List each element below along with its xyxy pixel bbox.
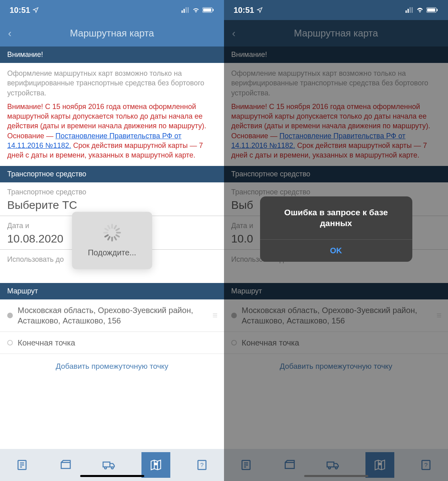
- route-start-text: Московская область, Орехово-Зуевский рай…: [242, 305, 432, 326]
- signal-icon: [406, 7, 414, 13]
- home-indicator[interactable]: [80, 475, 144, 477]
- svg-point-12: [105, 467, 107, 469]
- svg-rect-1: [184, 9, 185, 13]
- tab-truck[interactable]: [97, 454, 121, 476]
- svg-rect-0: [182, 10, 183, 13]
- route-start-text: Московская область, Орехово-Зуевский рай…: [18, 305, 208, 326]
- vehicle-label: Транспортное средство: [231, 188, 441, 196]
- svg-rect-17: [406, 10, 407, 13]
- status-bar: 10:51: [0, 0, 224, 20]
- route-header: Маршрут: [0, 283, 224, 299]
- add-waypoint-link[interactable]: Добавить промежуточную точку: [224, 354, 448, 379]
- back-button[interactable]: ‹: [8, 27, 12, 40]
- vehicle-header: Транспортное средство: [224, 166, 448, 182]
- route-end-text: Конечная точка: [242, 338, 441, 348]
- end-marker-icon: [231, 340, 237, 346]
- reorder-icon[interactable]: ≡: [436, 310, 441, 321]
- start-marker-icon: [231, 313, 237, 318]
- end-marker-icon: [7, 340, 13, 346]
- warning-red: Внимание! С 15 ноября 2016 года отмена о…: [231, 102, 441, 160]
- back-button[interactable]: ‹: [232, 27, 236, 40]
- nav-title: Маршрутная карта: [224, 28, 448, 39]
- phone-left: 10:51 ‹ Маршрутная карта Внимание! Оформ…: [0, 0, 224, 481]
- tab-help[interactable]: ?: [190, 454, 214, 476]
- tab-wallet[interactable]: [278, 454, 302, 476]
- svg-rect-28: [327, 462, 334, 467]
- nav-bar: ‹ Маршрутная карта: [224, 20, 448, 46]
- signal-icon: [182, 7, 190, 13]
- svg-rect-22: [427, 8, 435, 12]
- tab-docs[interactable]: [234, 454, 258, 476]
- location-icon: [256, 7, 263, 13]
- svg-point-13: [111, 467, 113, 469]
- svg-point-14: [155, 463, 157, 465]
- svg-rect-5: [203, 8, 211, 12]
- status-icons: [182, 7, 214, 13]
- warning-box: Оформление маршрутных карт возможно толь…: [0, 63, 224, 166]
- nav-title: Маршрутная карта: [0, 28, 224, 39]
- warning-gray: Оформление маршрутных карт возможно толь…: [231, 69, 441, 98]
- status-time: 10:51: [234, 6, 263, 15]
- add-waypoint-link[interactable]: Добавить промежуточную точку: [0, 354, 224, 379]
- svg-rect-6: [213, 9, 214, 11]
- route-end[interactable]: Конечная точка: [224, 332, 448, 354]
- toast-text: Подождите...: [88, 248, 136, 257]
- vehicle-label: Транспортное средство: [7, 188, 217, 196]
- svg-point-31: [379, 463, 381, 465]
- svg-text:?: ?: [200, 461, 204, 468]
- vehicle-field[interactable]: Транспортное средство Выберите ТС: [0, 182, 224, 216]
- alert-message: Ошибка в запросе к базе данных: [260, 196, 412, 239]
- start-marker-icon: [7, 313, 13, 318]
- warning-red: Внимание! С 15 ноября 2016 года отмена о…: [7, 102, 217, 160]
- wifi-icon: [192, 7, 200, 13]
- warning-header: Внимание!: [224, 46, 448, 63]
- svg-point-29: [329, 467, 331, 469]
- svg-rect-20: [412, 7, 413, 13]
- tab-map[interactable]: [141, 452, 170, 478]
- route-end-text: Конечная точка: [18, 338, 217, 348]
- until-value: [231, 266, 441, 279]
- svg-rect-19: [410, 7, 411, 13]
- route-start[interactable]: Московская область, Орехово-Зуевский рай…: [0, 299, 224, 332]
- tab-truck[interactable]: [321, 454, 345, 476]
- svg-text:?: ?: [424, 461, 428, 468]
- vehicle-header: Транспортное средство: [0, 166, 224, 182]
- reorder-icon[interactable]: ≡: [212, 310, 217, 321]
- nav-bar: ‹ Маршрутная карта: [0, 20, 224, 46]
- status-bar: 10:51: [224, 0, 448, 20]
- svg-rect-2: [186, 7, 187, 13]
- svg-rect-11: [103, 462, 110, 467]
- warning-header: Внимание!: [0, 46, 224, 63]
- tab-docs[interactable]: [10, 454, 34, 476]
- svg-point-30: [335, 467, 337, 469]
- phone-right: 10:51 ‹ Маршрутная карта Внимание! Оформ…: [224, 0, 448, 481]
- alert-ok-button[interactable]: OK: [260, 239, 412, 262]
- battery-icon: [426, 7, 438, 13]
- home-indicator[interactable]: [304, 475, 368, 477]
- svg-rect-18: [408, 9, 409, 13]
- vehicle-value: Выберите ТС: [7, 199, 217, 212]
- error-alert: Ошибка в запросе к базе данных OK: [260, 196, 412, 262]
- route-header: Маршрут: [224, 283, 448, 299]
- svg-rect-23: [437, 9, 438, 11]
- spinner-icon: [103, 224, 121, 242]
- battery-icon: [202, 7, 214, 13]
- svg-rect-3: [188, 7, 189, 13]
- status-icons: [406, 7, 438, 13]
- tab-wallet[interactable]: [54, 454, 78, 476]
- route-start[interactable]: Московская область, Орехово-Зуевский рай…: [224, 299, 448, 332]
- tab-map[interactable]: [365, 452, 394, 478]
- route-end[interactable]: Конечная точка: [0, 332, 224, 354]
- wifi-icon: [416, 7, 424, 13]
- tab-help[interactable]: ?: [414, 454, 438, 476]
- location-icon: [32, 7, 39, 13]
- warning-gray: Оформление маршрутных карт возможно толь…: [7, 69, 217, 98]
- status-time: 10:51: [10, 6, 39, 15]
- loading-toast: Подождите...: [72, 212, 152, 269]
- warning-box: Оформление маршрутных карт возможно толь…: [224, 63, 448, 166]
